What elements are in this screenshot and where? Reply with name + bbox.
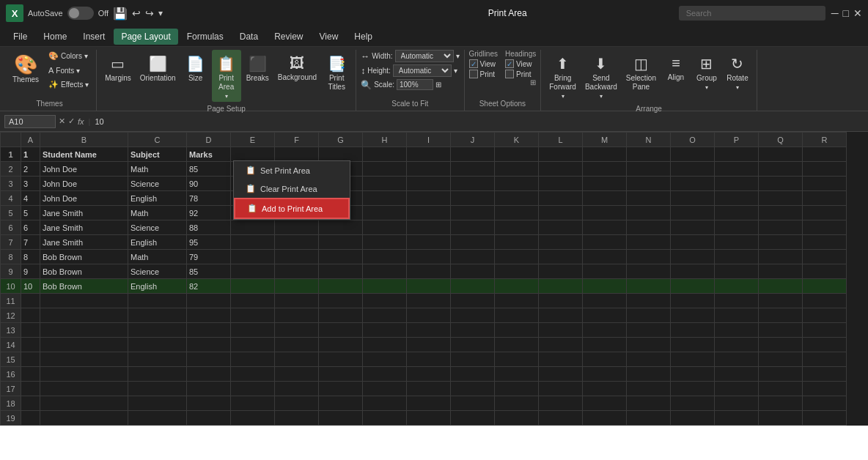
- empty-cell[interactable]: [803, 162, 847, 177]
- empty-cell[interactable]: [539, 147, 583, 162]
- row-header[interactable]: 10: [1, 279, 21, 294]
- menu-review[interactable]: Review: [267, 29, 310, 45]
- bring-forward-button[interactable]: ⬆ BringForward ▾: [545, 50, 580, 102]
- cell-c14[interactable]: [128, 338, 187, 352]
- table-row[interactable]: 77Jane SmithEnglish95: [1, 235, 847, 250]
- gridlines-view-checkbox[interactable]: ✓: [469, 59, 478, 68]
- redo-icon[interactable]: ↪: [145, 7, 154, 19]
- empty-cell[interactable]: [275, 323, 319, 338]
- cell-d4[interactable]: 78: [187, 191, 231, 206]
- empty-cell[interactable]: [231, 308, 275, 323]
- empty-cell[interactable]: [319, 338, 363, 352]
- empty-cell[interactable]: [803, 147, 847, 162]
- empty-cell[interactable]: [627, 338, 671, 352]
- empty-cell[interactable]: [759, 382, 803, 396]
- empty-cell[interactable]: [539, 235, 583, 250]
- empty-cell[interactable]: [759, 147, 803, 162]
- empty-cell[interactable]: [407, 264, 451, 279]
- empty-cell[interactable]: [715, 147, 759, 162]
- gridlines-print-checkbox[interactable]: [469, 70, 478, 78]
- col-header-j[interactable]: J: [451, 133, 495, 147]
- cell-c2[interactable]: Math: [128, 162, 187, 177]
- selection-pane-button[interactable]: ◫ SelectionPane: [622, 50, 660, 94]
- cell-a7[interactable]: 7: [21, 235, 40, 250]
- cell-a12[interactable]: [21, 308, 40, 323]
- empty-cell[interactable]: [627, 162, 671, 177]
- empty-cell[interactable]: [275, 220, 319, 235]
- row-header[interactable]: 2: [1, 162, 21, 177]
- empty-cell[interactable]: [495, 250, 539, 264]
- cell-a11[interactable]: [21, 294, 40, 308]
- rotate-button[interactable]: ↻ Rotate ▾: [723, 50, 752, 93]
- cell-c10[interactable]: English: [128, 279, 187, 294]
- empty-cell[interactable]: [803, 279, 847, 294]
- menu-data[interactable]: Data: [232, 29, 265, 45]
- empty-cell[interactable]: [495, 308, 539, 323]
- empty-cell[interactable]: [451, 264, 495, 279]
- cell-a9[interactable]: 9: [21, 264, 40, 279]
- empty-cell[interactable]: [275, 264, 319, 279]
- col-header-p[interactable]: P: [715, 133, 759, 147]
- empty-cell[interactable]: [495, 235, 539, 250]
- empty-cell[interactable]: [583, 294, 627, 308]
- table-row[interactable]: 55Jane SmithMath92: [1, 206, 847, 220]
- empty-cell[interactable]: [451, 206, 495, 220]
- empty-cell[interactable]: [407, 147, 451, 162]
- cell-d17[interactable]: [187, 382, 231, 396]
- empty-cell[interactable]: [539, 352, 583, 367]
- empty-cell[interactable]: [759, 396, 803, 411]
- cell-c7[interactable]: English: [128, 235, 187, 250]
- table-row[interactable]: 15: [1, 352, 847, 367]
- empty-cell[interactable]: [363, 352, 407, 367]
- empty-cell[interactable]: [407, 162, 451, 177]
- empty-cell[interactable]: [583, 382, 627, 396]
- empty-cell[interactable]: [363, 162, 407, 177]
- empty-cell[interactable]: [231, 338, 275, 352]
- customize-icon[interactable]: ▾: [158, 8, 163, 18]
- empty-cell[interactable]: [583, 147, 627, 162]
- empty-cell[interactable]: [627, 250, 671, 264]
- empty-cell[interactable]: [803, 250, 847, 264]
- col-header-e[interactable]: E: [231, 133, 275, 147]
- cell-c15[interactable]: [128, 352, 187, 367]
- empty-cell[interactable]: [451, 294, 495, 308]
- menu-page-layout[interactable]: Page Layout: [114, 29, 177, 45]
- empty-cell[interactable]: [671, 177, 715, 191]
- empty-cell[interactable]: [495, 396, 539, 411]
- empty-cell[interactable]: [671, 396, 715, 411]
- empty-cell[interactable]: [495, 177, 539, 191]
- empty-cell[interactable]: [495, 206, 539, 220]
- empty-cell[interactable]: [583, 250, 627, 264]
- empty-cell[interactable]: [539, 396, 583, 411]
- cell-a13[interactable]: [21, 323, 40, 338]
- empty-cell[interactable]: [363, 147, 407, 162]
- empty-cell[interactable]: [275, 235, 319, 250]
- empty-cell[interactable]: [759, 250, 803, 264]
- empty-cell[interactable]: [539, 250, 583, 264]
- cell-b16[interactable]: [40, 367, 128, 382]
- row-header[interactable]: 4: [1, 191, 21, 206]
- empty-cell[interactable]: [495, 279, 539, 294]
- empty-cell[interactable]: [495, 294, 539, 308]
- empty-cell[interactable]: [451, 191, 495, 206]
- empty-cell[interactable]: [319, 367, 363, 382]
- empty-cell[interactable]: [319, 220, 363, 235]
- empty-cell[interactable]: [363, 191, 407, 206]
- row-header[interactable]: 13: [1, 323, 21, 338]
- empty-cell[interactable]: [803, 338, 847, 352]
- cell-d10[interactable]: 82: [187, 279, 231, 294]
- empty-cell[interactable]: [407, 294, 451, 308]
- print-titles-button[interactable]: 📑 PrintTitles: [322, 50, 351, 94]
- size-button[interactable]: 📄 Size: [181, 50, 210, 85]
- empty-cell[interactable]: [363, 220, 407, 235]
- empty-cell[interactable]: [759, 352, 803, 367]
- empty-cell[interactable]: [539, 177, 583, 191]
- empty-cell[interactable]: [583, 323, 627, 338]
- empty-cell[interactable]: [803, 352, 847, 367]
- empty-cell[interactable]: [627, 220, 671, 235]
- cell-d1[interactable]: Marks: [187, 147, 231, 162]
- formula-fx-icon[interactable]: fx: [78, 117, 84, 126]
- col-header-m[interactable]: M: [583, 133, 627, 147]
- col-header-o[interactable]: O: [671, 133, 715, 147]
- empty-cell[interactable]: [671, 220, 715, 235]
